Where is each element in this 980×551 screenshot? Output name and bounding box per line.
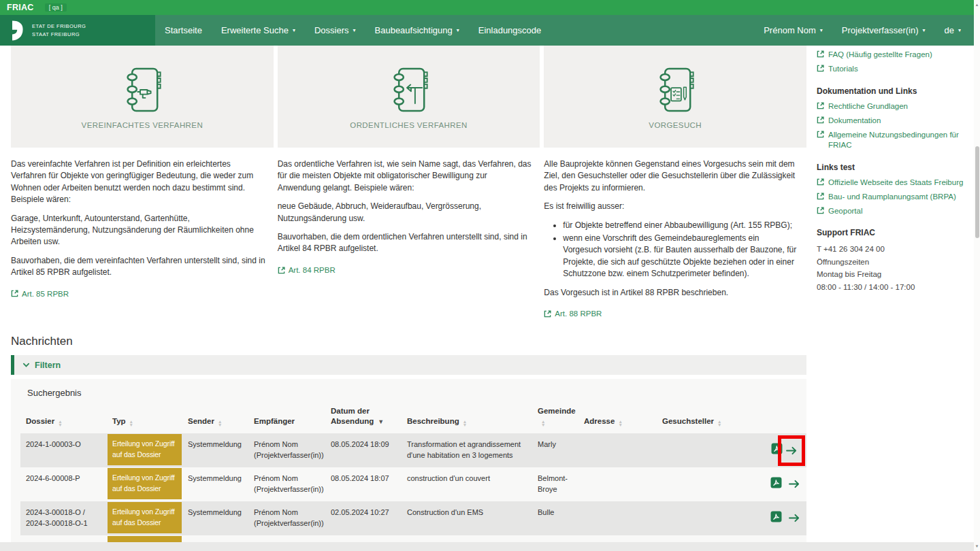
sidebar-link-allgemeine-nutzungsbedingungen-für-friac[interactable]: Allgemeine Nutzungsbedingungen für FRIAC [817, 130, 968, 150]
pdf-export-icon[interactable] [770, 477, 782, 492]
scrollbar-thumb[interactable] [975, 146, 979, 238]
support-line: Öffnungszeiten [817, 256, 968, 268]
external-link-icon [11, 290, 18, 297]
typ-badge: Erteilung von Zugriff auf das Dossier [108, 434, 182, 465]
nav-item-label: Dossiers [314, 25, 349, 35]
sort-desc-icon[interactable]: ▼ [378, 418, 384, 425]
cell-sender: Systemmeldung [182, 467, 248, 501]
column-header-dossier[interactable]: Dossier▲▼ [20, 402, 107, 433]
cell-actions [738, 467, 806, 501]
link-label: Art. 85 RPBR [22, 288, 69, 300]
help-sidebar: FAQ (Häufig gestellte Fragen)Tutorials D… [817, 46, 968, 293]
card-vorgesuch[interactable]: VORGESUCH [544, 46, 806, 148]
table-row[interactable]: 2024-6-00008-PErteilung von Zugriff auf … [20, 467, 806, 501]
sidebar-link-faq-häufig-gestellte-fragen[interactable]: FAQ (Häufig gestellte Fragen) [817, 50, 968, 60]
column-header-empfänger[interactable]: Empfänger [248, 402, 325, 433]
filter-toggle[interactable]: Filtern [11, 355, 806, 375]
card-title: VORGESUCH [649, 121, 702, 129]
nav-item-startseite[interactable]: Startseite [155, 15, 212, 46]
nav-item-baubeaufsichtigung[interactable]: Baubeaufsichtigung▾ [365, 15, 469, 46]
sort-icon[interactable]: ▲▼ [541, 420, 545, 427]
card-ordentliches-verfahren[interactable]: ORDENTLICHES VERFAHREN [278, 46, 540, 148]
sort-icon[interactable]: ▲▼ [717, 420, 721, 427]
art-88-rpbr-link[interactable]: Art. 88 RPBR [544, 308, 602, 320]
link-label: Art. 88 RPBR [555, 308, 602, 320]
paragraph: Das Vorgesuch ist in Artikel 88 RPBR bes… [544, 287, 798, 299]
pdf-export-icon[interactable] [770, 511, 782, 526]
messages-table: Dossier▲▼Typ▲▼Sender▲▼EmpfängerDatum der… [20, 402, 806, 551]
nav-item-einladungscode[interactable]: Einladungscode [469, 15, 551, 46]
chevron-down-icon: ▾ [923, 27, 926, 33]
support-heading: Support FRIAC [817, 228, 968, 237]
column-label: Datum der Absendung [331, 407, 374, 425]
nav-item-label: Erweiterte Suche [221, 25, 289, 35]
sort-icon[interactable]: ▲▼ [618, 420, 622, 427]
external-link-icon [817, 193, 824, 200]
highlight-box [778, 435, 805, 466]
table-header-row: Dossier▲▼Typ▲▼Sender▲▼EmpfängerDatum der… [20, 402, 806, 433]
art-84-rpbr-link[interactable]: Art. 84 RPBR [278, 265, 336, 276]
open-dossier-arrow-icon[interactable] [788, 513, 801, 523]
nav-item-label: Baubeaufsichtigung [375, 25, 453, 35]
column-header-beschreibung[interactable]: Beschreibung▲▼ [402, 402, 532, 433]
column-header-sender[interactable]: Sender▲▼ [182, 402, 248, 433]
sidebar-link-label: Dokumentation [828, 116, 881, 126]
cell-empfaenger: Prénom Nom (Projektverfasser(in)) [248, 467, 325, 501]
scroll-up-icon[interactable]: ▲ [974, 2, 980, 7]
sort-icon[interactable]: ▲▼ [463, 420, 467, 427]
column-header-gemeinde[interactable]: Gemeinde▲▼ [532, 402, 578, 433]
column-header-gesuchsteller[interactable]: Gesuchsteller▲▼ [657, 402, 738, 433]
cell-gesuchsteller [657, 501, 738, 535]
table-row[interactable]: 2024-3-00018-O / 2024-3-00018-O-1Erteilu… [20, 501, 806, 535]
sort-icon[interactable]: ▲▼ [218, 420, 222, 427]
art-85-rpbr-link[interactable]: Art. 85 RPBR [11, 288, 69, 300]
ordentliches-description: Das ordentliche Verfahren ist, wie sein … [278, 152, 540, 321]
sidebar-link-geoportal[interactable]: Geoportal [817, 206, 968, 216]
sidebar-link-label: Allgemeine Nutzungsbedingungen für FRIAC [828, 130, 968, 150]
cell-beschreibung: construction d'un couvert [402, 467, 532, 501]
nav-item-dossiers[interactable]: Dossiers▾ [305, 15, 365, 46]
external-link-icon [817, 131, 824, 138]
sidebar-link-label: Geoportal [828, 206, 863, 216]
nav-item-label: Einladungscode [478, 25, 542, 35]
main-column: VEREINFACHTES VERFAHREN ORDENTLICHES VER… [11, 46, 806, 551]
sidebar-link-dokumentation[interactable]: Dokumentation [817, 116, 968, 126]
sidebar-link-rechtliche-grundlagen[interactable]: Rechtliche Grundlagen [817, 101, 968, 112]
sidebar-heading-links-test: Links test [817, 163, 968, 172]
sidebar-link-tutorials[interactable]: Tutorials [817, 64, 968, 74]
paragraph: Es ist freiwillig ausser: [544, 201, 798, 212]
nav-item-erweiterte-suche[interactable]: Erweiterte Suche▾ [212, 15, 305, 46]
cell-adresse [578, 433, 657, 467]
cell-dossier: 2024-3-00018-O / 2024-3-00018-O-1 [20, 501, 107, 535]
table-row[interactable]: 2024-1-00003-OErteilung von Zugriff auf … [20, 433, 806, 467]
bullet: für Objekte betreffend einer Abbaubewill… [563, 220, 798, 231]
results-label: Suchergebnis [27, 388, 806, 398]
bullet: wenn eine Vorschrift des Gemeindebauregl… [563, 233, 798, 280]
sidebar-link-offizielle-webseite-des-staats-freiburg[interactable]: Offizielle Webseite des Staats Freiburg [817, 178, 968, 188]
open-dossier-arrow-icon[interactable] [785, 446, 798, 456]
sort-icon[interactable]: ▲▼ [58, 420, 62, 427]
role-menu[interactable]: Projektverfasser(in)▾ [832, 15, 935, 46]
column-header-datum-der-absendung[interactable]: Datum der Absendung▼ [325, 402, 402, 433]
sidebar-link-bau-und-raumplanungsamt-brpa[interactable]: Bau- und Raumplanungsamt (BRPA) [817, 192, 968, 202]
lang-menu[interactable]: de▾ [935, 15, 970, 46]
column-label: Gemeinde [538, 407, 576, 415]
user-menu[interactable]: Prénom Nom▾ [754, 15, 832, 46]
column-header-typ[interactable]: Typ▲▼ [107, 402, 182, 433]
fribourg-logo[interactable]: ETAT DE FRIBOURG STAAT FREIBURG [0, 15, 155, 46]
scrollbar[interactable]: ▲ ▼ [974, 0, 980, 551]
card-vereinfachtes-verfahren[interactable]: VEREINFACHTES VERFAHREN [11, 46, 274, 148]
cell-gemeinde: Belmont-Broye [532, 467, 578, 501]
sort-icon[interactable]: ▲▼ [129, 420, 133, 427]
scroll-down-icon[interactable]: ▼ [974, 544, 980, 549]
column-header-adresse[interactable]: Adresse▲▼ [578, 402, 657, 433]
paragraph: Das vereinfachte Verfahren ist per Defin… [11, 158, 265, 206]
search-results-panel: Suchergebnis Dossier▲▼Typ▲▼Sender▲▼Empfä… [11, 379, 806, 551]
open-dossier-arrow-icon[interactable] [788, 479, 801, 489]
vorgesuch-exceptions: für Objekte betreffend einer Abbaubewill… [544, 220, 798, 280]
external-link-icon [817, 50, 824, 58]
cell-typ: Erteilung von Zugriff auf das Dossier [107, 433, 182, 467]
app-brand[interactable]: FRIAC [7, 3, 34, 12]
filter-label: Filtern [35, 361, 61, 370]
logo-line-2: STAAT FREIBURG [32, 31, 86, 38]
